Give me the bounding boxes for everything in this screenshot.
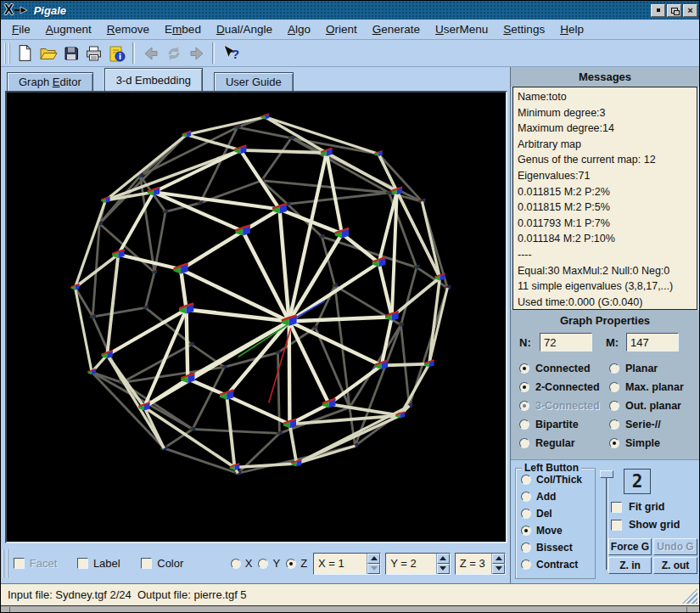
menu-orient[interactable]: Orient bbox=[318, 21, 365, 37]
menu-algo[interactable]: Algo bbox=[280, 21, 318, 37]
spinner-down-button[interactable] bbox=[367, 564, 380, 574]
graph-edge bbox=[392, 278, 440, 317]
graph-edge bbox=[227, 396, 289, 425]
mode-col-thick[interactable]: Col/Thick bbox=[521, 474, 595, 486]
message-line: 0.011815 M:2 P:5% bbox=[518, 200, 692, 216]
print-icon[interactable] bbox=[82, 42, 105, 65]
mode-contract[interactable]: Contract bbox=[521, 559, 595, 571]
message-line: 0.011793 M:1 P:7% bbox=[518, 216, 692, 232]
menu-embed[interactable]: Embed bbox=[157, 21, 209, 37]
grid-size-lcd: 2 bbox=[624, 469, 651, 494]
property-regular[interactable]: Regular bbox=[519, 434, 609, 453]
axis-y[interactable]: Y bbox=[258, 557, 280, 570]
radio-indicator bbox=[521, 560, 531, 570]
property-connected[interactable]: Connected bbox=[519, 359, 609, 378]
left-button-title: Left Button bbox=[522, 462, 581, 474]
n-field[interactable] bbox=[540, 333, 592, 351]
tab-graph-editor[interactable]: Graph Editor bbox=[7, 72, 93, 91]
axis-spinner-2[interactable]: Z = 3 bbox=[455, 553, 506, 575]
force-g-button[interactable]: Force G bbox=[608, 538, 652, 555]
mode-bissect[interactable]: Bissect bbox=[521, 542, 595, 554]
axis-spinner-0[interactable]: X = 1 bbox=[313, 553, 381, 575]
tab-3-d-embedding[interactable]: 3-d Embedding bbox=[104, 68, 203, 91]
maximize-button[interactable] bbox=[667, 4, 681, 17]
property-serie[interactable]: Serie-// bbox=[609, 415, 699, 434]
graph-edge bbox=[342, 233, 379, 262]
radio-indicator bbox=[521, 475, 531, 485]
left-button-group: Left Button Col/ThickAddDelMoveBissectCo… bbox=[515, 468, 596, 579]
spinner-value: Y = 2 bbox=[386, 554, 436, 574]
slider-handle[interactable] bbox=[600, 470, 613, 478]
new-file-icon[interactable] bbox=[14, 42, 36, 65]
graph-edge bbox=[181, 269, 187, 309]
mode-move[interactable]: Move bbox=[521, 525, 595, 537]
property-2-connected[interactable]: 2-Connected bbox=[519, 378, 609, 396]
forward-icon[interactable] bbox=[185, 42, 208, 65]
display-facet[interactable]: Facet bbox=[14, 557, 58, 570]
z-out-button[interactable]: Z. out bbox=[653, 557, 697, 574]
property-planar[interactable]: Planar bbox=[609, 359, 699, 378]
menu-remove[interactable]: Remove bbox=[99, 21, 157, 37]
embedding-canvas[interactable] bbox=[5, 91, 507, 543]
spinner-up-button[interactable] bbox=[367, 554, 380, 564]
display-color[interactable]: Color bbox=[141, 557, 183, 570]
whats-this-help-icon[interactable]: ? bbox=[219, 42, 242, 65]
property-bipartite[interactable]: Bipartite bbox=[519, 415, 609, 434]
menu-settings[interactable]: Settings bbox=[496, 21, 552, 37]
save-file-icon[interactable] bbox=[59, 42, 82, 65]
titlebar: X Pigale × bbox=[1, 1, 699, 20]
open-file-icon[interactable] bbox=[36, 42, 59, 65]
display-label[interactable]: Label bbox=[77, 557, 120, 570]
back-icon[interactable] bbox=[139, 42, 162, 65]
graph-edge bbox=[289, 317, 392, 321]
graph-edge bbox=[289, 263, 379, 322]
spinner-up-button[interactable] bbox=[437, 554, 450, 564]
property-max-planar[interactable]: Max. planar bbox=[609, 378, 699, 396]
close-button[interactable]: × bbox=[683, 4, 697, 17]
radio-indicator bbox=[519, 401, 529, 411]
bottom-controls-handle[interactable] bbox=[3, 549, 8, 578]
menu-usermenu[interactable]: UserMenu bbox=[428, 21, 496, 37]
spinner-down-button[interactable] bbox=[492, 564, 505, 574]
radio-indicator bbox=[519, 438, 529, 448]
mode-add-label: Add bbox=[536, 491, 556, 503]
menu-file[interactable]: File bbox=[4, 21, 38, 37]
toolbar-handle[interactable] bbox=[4, 43, 10, 64]
radio-indicator bbox=[609, 401, 619, 411]
reload-icon[interactable] bbox=[162, 42, 185, 65]
display-color-label: Color bbox=[157, 557, 183, 570]
mode-del-label: Del bbox=[536, 508, 552, 520]
axis-spinner-1[interactable]: Y = 2 bbox=[385, 553, 451, 575]
mode-contract-label: Contract bbox=[536, 559, 578, 571]
z-in-button[interactable]: Z. in bbox=[608, 557, 652, 574]
property-max-planar-label: Max. planar bbox=[625, 381, 684, 393]
option-fit-grid[interactable]: Fit grid bbox=[611, 501, 680, 513]
menu-generate[interactable]: Generate bbox=[365, 21, 428, 37]
iconify-button[interactable] bbox=[651, 4, 665, 17]
resize-grip[interactable] bbox=[682, 588, 697, 604]
property-3-connected[interactable]: 3-Connected bbox=[519, 396, 609, 415]
menu-help[interactable]: Help bbox=[552, 21, 591, 37]
pin-icon bbox=[14, 5, 29, 15]
about-info-icon[interactable] bbox=[105, 42, 128, 65]
axis-z[interactable]: Z bbox=[286, 557, 307, 570]
m-field[interactable] bbox=[626, 333, 679, 351]
property-simple[interactable]: Simple bbox=[609, 434, 699, 453]
property-2-connected-label: 2-Connected bbox=[535, 381, 600, 393]
property-out-planar[interactable]: Out. planar bbox=[609, 396, 699, 415]
graph-edge bbox=[400, 364, 429, 416]
radio-indicator bbox=[609, 438, 619, 448]
tab-user-guide[interactable]: User Guide bbox=[214, 72, 294, 91]
mode-del[interactable]: Del bbox=[521, 508, 595, 520]
graph-edge bbox=[181, 231, 243, 269]
menu-augment[interactable]: Augment bbox=[38, 21, 99, 37]
menu-dual-angle[interactable]: Dual/Angle bbox=[209, 21, 280, 37]
message-line: Name:toto bbox=[518, 89, 692, 105]
mode-add[interactable]: Add bbox=[521, 491, 595, 503]
axis-x[interactable]: X bbox=[231, 557, 253, 570]
option-show-grid[interactable]: Show grid bbox=[611, 519, 680, 531]
spinner-up-button[interactable] bbox=[492, 554, 505, 564]
spinner-down-button[interactable] bbox=[437, 564, 450, 574]
undo-g-button[interactable]: Undo G bbox=[653, 538, 697, 555]
messages-box[interactable]: Name:totoMinimum degree:3Maximum degree:… bbox=[512, 87, 697, 310]
